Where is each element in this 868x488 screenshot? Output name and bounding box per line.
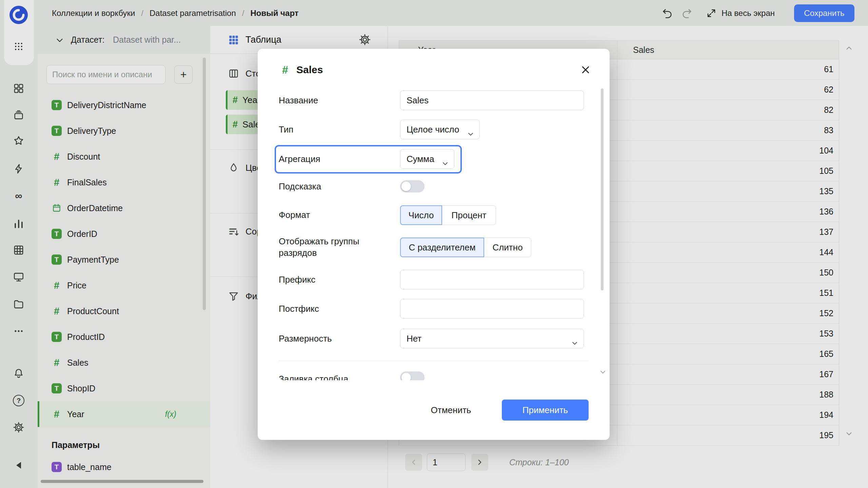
apply-label: Применить xyxy=(522,405,568,415)
close-icon[interactable] xyxy=(578,62,593,77)
name-label: Название xyxy=(279,95,318,106)
column-fill-label: Заливка столбца xyxy=(279,373,348,380)
scroll-down-icon[interactable] xyxy=(599,368,607,376)
digit-groups-nosep-option[interactable]: Слитно xyxy=(484,238,531,257)
toggle-knob xyxy=(401,182,411,191)
toggle-knob xyxy=(401,373,411,380)
number-type-icon: # xyxy=(282,62,288,77)
name-input[interactable] xyxy=(400,90,584,110)
option-label: Процент xyxy=(452,210,487,221)
prefix-input[interactable] xyxy=(400,270,584,289)
app-window: Коллекции и воркбуки / Dataset parametri… xyxy=(0,0,868,488)
format-label: Формат xyxy=(279,209,310,221)
aggregation-label: Агрегация xyxy=(279,153,320,165)
chevron-down-icon xyxy=(571,335,579,354)
chevron-down-icon xyxy=(441,155,449,174)
digit-groups-separator-option[interactable]: С разделителем xyxy=(400,238,484,257)
type-label: Тип xyxy=(279,124,293,135)
aggregation-select[interactable]: Сумма xyxy=(400,149,454,169)
postfix-input[interactable] xyxy=(400,299,584,319)
tooltip-label: Подсказка xyxy=(279,181,321,192)
field-settings-dialog: # Sales Название Тип Целое число Агрегац… xyxy=(258,49,610,440)
format-percent-option[interactable]: Процент xyxy=(442,205,496,225)
type-select[interactable]: Целое число xyxy=(400,120,480,139)
dialog-title: Sales xyxy=(296,62,323,77)
dimension-select-value: Нет xyxy=(407,333,421,344)
postfix-label: Постфикс xyxy=(279,303,319,314)
option-label: Слитно xyxy=(492,242,522,253)
digit-groups-label: Отображать группы разрядов xyxy=(279,236,377,259)
prefix-label: Префикс xyxy=(279,274,315,285)
column-fill-toggle[interactable] xyxy=(400,371,425,380)
dimension-label: Размерность xyxy=(279,333,332,344)
chevron-down-icon xyxy=(467,126,475,145)
clipped-scroll-content: Заливка столбца xyxy=(258,367,610,380)
dimension-select[interactable]: Нет xyxy=(400,329,584,348)
option-label: С разделителем xyxy=(409,242,475,253)
aggregation-select-value: Сумма xyxy=(407,154,434,164)
cancel-button[interactable]: Отменить xyxy=(427,400,475,421)
cancel-label: Отменить xyxy=(431,405,471,415)
option-label: Число xyxy=(409,210,434,221)
divider xyxy=(279,361,589,361)
apply-button[interactable]: Применить xyxy=(502,400,589,421)
tooltip-toggle[interactable] xyxy=(400,180,425,192)
format-number-option[interactable]: Число xyxy=(400,205,442,225)
modal-scrollbar-thumb[interactable] xyxy=(601,88,604,290)
type-select-value: Целое число xyxy=(407,124,459,135)
